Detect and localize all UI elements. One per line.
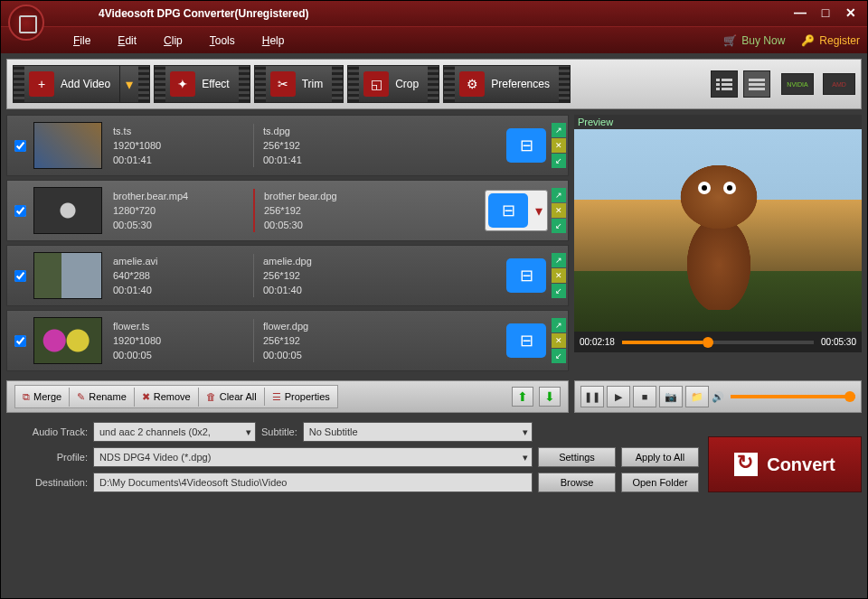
format-button[interactable]: ⊟ — [506, 128, 546, 163]
file-item[interactable]: flower.ts 1920*1080 00:00:05 flower.dpg … — [6, 310, 569, 371]
profile-select[interactable]: NDS DPG4 Video (*.dpg) — [93, 447, 533, 467]
buy-now-link[interactable]: 🛒Buy Now — [723, 34, 785, 47]
svg-rect-3 — [722, 83, 732, 86]
collapse-button[interactable]: ↙ — [552, 154, 566, 168]
collapse-button[interactable]: ↙ — [552, 284, 566, 298]
destination-label: Destination: — [6, 477, 88, 488]
svg-rect-5 — [722, 88, 732, 90]
file-duration: 00:00:05 — [113, 348, 253, 362]
pencil-icon: ✎ — [77, 391, 85, 403]
file-resolution: 1280*720 — [113, 203, 253, 218]
file-item[interactable]: amelie.avi 640*288 00:01:40 amelie.dpg 2… — [6, 245, 569, 306]
maximize-button[interactable]: □ — [816, 6, 835, 21]
merge-button[interactable]: ⧉Merge — [15, 388, 70, 407]
browse-button[interactable]: Browse — [538, 473, 616, 492]
file-checkbox[interactable] — [14, 140, 26, 152]
stop-button[interactable]: ■ — [633, 386, 656, 407]
file-item[interactable]: brother.bear.mp4 1280*720 00:05:30 broth… — [6, 180, 569, 241]
apply-to-all-button[interactable]: Apply to All — [621, 447, 699, 467]
file-thumbnail — [33, 122, 102, 169]
effect-icon: ✦ — [170, 71, 195, 97]
register-link[interactable]: 🔑Register — [801, 34, 860, 47]
file-resolution: 1920*1080 — [113, 333, 253, 348]
format-button[interactable]: ⊟ — [506, 323, 546, 358]
output-resolution: 256*192 — [263, 138, 407, 153]
menu-tools[interactable]: Tools — [210, 34, 235, 47]
preview-total-time: 00:05:30 — [821, 337, 856, 347]
snapshot-button[interactable]: 📷 — [659, 386, 683, 407]
file-name: flower.ts — [113, 319, 253, 333]
effect-button[interactable]: ✦ Effect — [154, 65, 250, 103]
audio-track-label: Audio Track: — [6, 426, 88, 437]
move-up-button[interactable]: ⬆ — [512, 387, 533, 407]
scissors-icon: ✂ — [270, 71, 296, 97]
trim-button[interactable]: ✂ Trim — [254, 65, 344, 103]
expand-button[interactable]: ↗ — [552, 253, 566, 267]
settings-button[interactable]: Settings — [538, 447, 616, 467]
expand-button[interactable]: ↗ — [552, 123, 566, 137]
open-folder-button[interactable]: Open Folder — [621, 473, 699, 492]
crop-button[interactable]: ◱ Crop — [347, 65, 439, 103]
subtitle-select[interactable]: No Subtitle — [303, 422, 533, 442]
format-dropdown[interactable]: ▾ — [531, 191, 547, 230]
clear-all-button[interactable]: 🗑Clear All — [199, 388, 265, 406]
file-thumbnail — [33, 187, 102, 234]
menu-clip[interactable]: Clip — [164, 34, 183, 47]
file-duration: 00:01:41 — [113, 153, 253, 167]
volume-icon: 🔊 — [712, 391, 724, 403]
file-checkbox[interactable] — [14, 335, 26, 347]
preferences-button[interactable]: ⚙ Preferences — [443, 65, 571, 103]
expand-button[interactable]: ↗ — [552, 318, 566, 332]
output-name: amelie.dpg — [263, 254, 407, 268]
svg-rect-1 — [722, 79, 732, 81]
output-resolution: 256*192 — [263, 333, 407, 348]
close-button[interactable]: ✕ — [842, 6, 860, 21]
rename-button[interactable]: ✎Rename — [70, 388, 135, 407]
svg-rect-2 — [716, 83, 720, 86]
menu-help[interactable]: Help — [262, 34, 285, 47]
file-list: ts.ts 1920*1080 00:01:41 ts.dpg 256*192 … — [6, 115, 569, 375]
output-duration: 00:01:40 — [263, 283, 407, 297]
move-down-button[interactable]: ⬇ — [539, 387, 561, 407]
add-video-dropdown[interactable]: ▾ — [119, 66, 138, 102]
open-snapshot-folder-button[interactable]: 📁 — [685, 386, 709, 407]
format-button[interactable]: ⊟ — [506, 258, 546, 293]
svg-rect-8 — [749, 88, 765, 90]
amd-badge: AMD — [823, 73, 855, 95]
convert-button[interactable]: Convert — [708, 436, 862, 492]
view-detail-button[interactable] — [743, 70, 770, 98]
add-video-button[interactable]: + Add Video ▾ — [13, 65, 150, 103]
remove-item-button[interactable]: ✕ — [552, 268, 566, 283]
remove-item-button[interactable]: ✕ — [552, 203, 566, 218]
minimize-button[interactable]: — — [791, 6, 809, 21]
properties-button[interactable]: ☰Properties — [265, 388, 337, 407]
file-item[interactable]: ts.ts 1920*1080 00:01:41 ts.dpg 256*192 … — [6, 115, 569, 176]
menu-edit[interactable]: Edit — [118, 34, 137, 47]
remove-button[interactable]: ✖Remove — [135, 388, 199, 407]
remove-item-button[interactable]: ✕ — [552, 138, 566, 153]
file-checkbox[interactable] — [14, 270, 26, 282]
view-list-button[interactable] — [711, 70, 738, 98]
file-name: ts.ts — [113, 124, 253, 138]
volume-slider[interactable] — [731, 395, 855, 398]
file-resolution: 640*288 — [113, 268, 253, 283]
trash-icon: 🗑 — [206, 391, 216, 402]
audio-track-select[interactable]: und aac 2 channels (0x2, — [93, 422, 256, 442]
svg-rect-7 — [749, 83, 765, 86]
remove-item-button[interactable]: ✕ — [552, 333, 566, 348]
collapse-button[interactable]: ↙ — [552, 349, 566, 363]
expand-button[interactable]: ↗ — [552, 188, 566, 202]
output-duration: 00:00:05 — [263, 348, 407, 362]
file-name: amelie.avi — [113, 254, 253, 268]
format-button[interactable]: ⊟ — [488, 193, 528, 228]
collapse-button[interactable]: ↙ — [552, 219, 566, 233]
output-resolution: 256*192 — [263, 268, 407, 283]
output-resolution: 256*192 — [264, 203, 407, 218]
destination-field[interactable]: D:\My Documents\4Videosoft Studio\Video — [93, 473, 533, 492]
pause-button[interactable]: ❚❚ — [580, 386, 604, 407]
file-checkbox[interactable] — [14, 205, 26, 217]
play-button[interactable]: ▶ — [607, 386, 630, 407]
seek-slider[interactable] — [622, 341, 814, 344]
menu-file[interactable]: File — [73, 34, 90, 47]
crop-icon: ◱ — [363, 71, 389, 97]
